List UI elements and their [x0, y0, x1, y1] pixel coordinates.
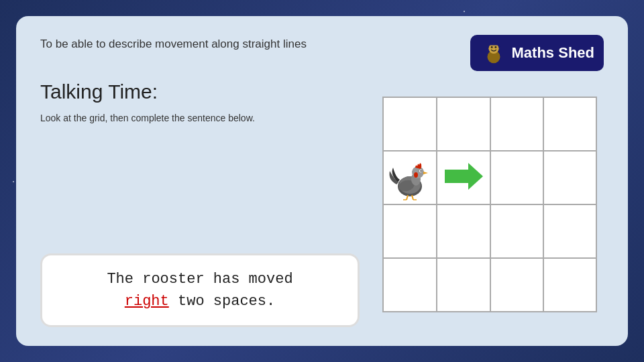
grid-container	[382, 97, 597, 311]
grid-cell-1-3	[543, 151, 596, 204]
sentence-rest: two spaces.	[169, 293, 275, 310]
objective-text: To be able to describe movement along st…	[40, 38, 307, 51]
grid-cell-0-2	[490, 97, 543, 151]
grid-cell-1-2	[490, 151, 543, 204]
svg-marker-20	[445, 163, 483, 190]
grid-cell-0-1	[437, 97, 490, 151]
table-row	[383, 151, 596, 204]
main-card: To be able to describe movement along st…	[16, 16, 628, 346]
talking-time-title: Talking Time:	[40, 80, 360, 103]
svg-marker-5	[489, 42, 498, 44]
svg-point-3	[494, 46, 496, 48]
right-arrow-icon	[441, 160, 485, 193]
table-row	[383, 97, 596, 151]
grid-cell-2-1	[437, 204, 490, 258]
grid-cell-2-3	[543, 204, 596, 258]
grid-cell-2-2	[490, 204, 543, 258]
table-row	[383, 258, 596, 312]
svg-point-7	[498, 46, 500, 48]
table-row	[383, 204, 596, 258]
svg-point-2	[490, 46, 492, 48]
sentence-highlight: right	[125, 293, 169, 310]
grid-cell-rooster	[383, 151, 437, 204]
grid-cell-3-2	[490, 258, 543, 312]
rooster-icon	[386, 154, 433, 201]
svg-point-13	[414, 172, 418, 178]
right-side	[376, 80, 604, 327]
grid-cell-0-0	[383, 97, 437, 151]
grid-cell-2-0	[383, 204, 437, 258]
grid-cell-3-0	[383, 258, 437, 312]
sentence-line-2: right two spaces.	[125, 290, 275, 312]
grid-cell-3-1	[437, 258, 490, 312]
left-side: Talking Time: Look at the grid, then com…	[40, 80, 360, 327]
grid-table	[382, 97, 597, 312]
header-row: To be able to describe movement along st…	[40, 35, 604, 71]
svg-rect-4	[489, 44, 498, 46]
svg-line-6	[498, 44, 499, 46]
sentence-box: The rooster has moved right two spaces.	[40, 253, 360, 327]
main-content: Talking Time: Look at the grid, then com…	[40, 80, 604, 327]
svg-point-15	[420, 170, 421, 172]
grid-cell-3-3	[543, 258, 596, 312]
logo-mascot-icon	[480, 39, 508, 67]
grid-cell-arrow	[437, 151, 490, 204]
grid-cell-0-3	[543, 97, 596, 151]
logo-area: Maths Shed	[470, 35, 604, 71]
sentence-line-1: The rooster has moved	[107, 268, 292, 290]
instruction-text: Look at the grid, then complete the sent…	[40, 111, 360, 125]
logo-text: Maths Shed	[512, 44, 594, 62]
